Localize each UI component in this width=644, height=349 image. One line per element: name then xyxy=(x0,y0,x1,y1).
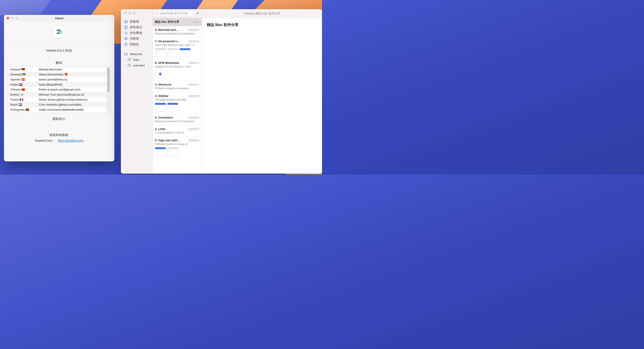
scrollbar[interactable] xyxy=(107,67,110,113)
sidebar-label: 所有笔记 xyxy=(130,25,142,29)
folder-icon xyxy=(124,52,128,56)
translation-row[interactable]: Chinese 🇨🇳 Pertim (macwk.com@gmail.com) xyxy=(8,87,107,92)
svg-point-6 xyxy=(130,64,130,65)
note-item[interactable]: 4. Sidebar 2024/5/27 To toggle projects … xyxy=(153,92,202,114)
note-time: 2024/5/27 xyxy=(188,62,200,64)
note-time: 2024/5/27 xyxy=(188,128,200,130)
note-item[interactable]: 6. Mermaid and… 2024/5/27 Mermaid exampl… xyxy=(153,26,202,38)
breadcrumb: FSNotes › 精品 Mac 软件分享 xyxy=(202,9,322,18)
note-title: 5. Tags and subt… xyxy=(155,139,187,142)
note-time: 2024/5/27 xyxy=(188,83,200,86)
sidebar-tag-hello[interactable]: › hello xyxy=(122,57,151,62)
note-item[interactable]: 精品 Mac 软件分享 02:22 xyxy=(153,18,202,26)
chevron-right-icon[interactable]: › xyxy=(124,58,124,61)
sidebar-item-todo[interactable]: 待办事项 xyxy=(122,30,151,36)
compose-icon xyxy=(196,12,199,15)
translation-row[interactable]: Ukrainian🇺🇦 Olena Hlushchenko ❤️ xyxy=(8,72,107,77)
note-item[interactable]: 7. Git powered v… 2024/5/27 Save note re… xyxy=(153,38,202,59)
note-item[interactable]: 3. Shortcuts 2024/5/27 FSNotes respects … xyxy=(153,81,202,92)
note-title: 3. Shortcuts xyxy=(155,83,187,86)
about-title: About xyxy=(4,16,114,20)
note-snippet: Headers h1-h6 Shortcut: `cmd + xyxy=(155,65,200,68)
note-time: 2024/5/27 xyxy=(188,139,200,142)
editor-pane: FSNotes › 精品 Mac 软件分享 精品 Mac 软件分享 xyxy=(202,9,322,174)
sidebar-item-all-notes[interactable]: 所有笔记 xyxy=(122,24,151,30)
translation-person: Wonsup Yoon (pusnow@kaist.ac.kr) xyxy=(39,93,104,96)
sidebar-tag-unlimited[interactable]: › unlimited xyxy=(122,62,151,68)
sidebar-label: hello xyxy=(133,58,139,62)
translation-row[interactable]: Deutsch 🇩🇪 Michael Barzmann xyxy=(8,67,107,72)
note-list[interactable]: 精品 Mac 软件分享 02:22 6. Mermaid and… 2024/5… xyxy=(153,18,202,174)
translation-row[interactable]: Portuguese 🇵🇹 reddit.com/user/endallbeal… xyxy=(8,107,107,112)
inbox-icon xyxy=(124,20,128,24)
note-thumbnail: ··· ··· ······ ··· ······ ··· xyxy=(167,103,178,112)
svg-point-5 xyxy=(130,59,130,59)
about-titlebar: About xyxy=(4,15,114,22)
sidebar-label: Welcome xyxy=(130,52,142,56)
translation-row[interactable]: Dutch 🇳🇱 Chris Hendriks (github.com/olik… xyxy=(8,102,107,107)
note-title: 9. GFM Markdown xyxy=(155,61,187,64)
note-item[interactable]: 8. Containers 2024/5/27 What are contain… xyxy=(153,114,202,125)
note-thumbnail: ··· ··· ······ ··· ······ ··· xyxy=(155,103,166,112)
search-input[interactable]: 搜索或创建 (按下回车键 xyxy=(154,11,193,16)
translation-language: Korean 🇰🇷 xyxy=(10,93,39,96)
framework-row: SoulverCore – https://soulver.com xyxy=(4,139,114,142)
framework-link[interactable]: https://soulver.com xyxy=(58,139,84,142)
translation-row[interactable]: French 🇫🇷 Simon Jornet (github.com/jorne… xyxy=(8,97,107,102)
app-icon xyxy=(53,26,65,38)
sidebar-item-welcome[interactable]: Welcome xyxy=(122,51,151,57)
translations-label: 翻译: xyxy=(4,61,114,65)
note-title: 8. Containers xyxy=(155,116,187,119)
sidebar-label: unlimited xyxy=(133,64,145,67)
search-placeholder: 搜索或创建 (按下回车键 xyxy=(160,12,188,15)
note-item[interactable]: 2. Links 2024/5/27 1. Introduction 2. Li… xyxy=(153,125,202,137)
trash-icon xyxy=(124,42,128,46)
note-thumbnail: ··· ··· ······ ··· ······ ··· xyxy=(167,48,178,57)
minimize-icon[interactable] xyxy=(128,12,131,14)
translation-language: Deutsch 🇩🇪 xyxy=(10,68,39,71)
sidebar-item-trash[interactable]: 回收站 xyxy=(122,42,151,47)
note-snippet: What are containers? A 'container' xyxy=(155,120,200,123)
version-text: Version 6.8.2 (633) xyxy=(4,49,114,52)
new-note-button[interactable] xyxy=(195,11,200,16)
tag-off-icon xyxy=(124,37,128,41)
note-snippet: Mermaid example Documentation: xyxy=(155,32,200,35)
translation-row[interactable]: Arabic 🇪🇬 Ayad (@ayad0net) xyxy=(8,82,107,87)
sidebar-item-untagged[interactable]: 无标签 xyxy=(122,36,151,42)
note-thumbnail: ··· ··· ······ ··· ······ ··· xyxy=(155,48,166,57)
scrollbar-thumb[interactable] xyxy=(107,68,110,92)
close-icon[interactable] xyxy=(124,12,126,14)
svg-rect-2 xyxy=(56,33,60,34)
note-thumbnail: ··· ··· ······ ··· ······ ··· xyxy=(155,147,166,156)
note-time: 2024/5/27 xyxy=(188,29,200,31)
note-thumbnail: ··· ··· ······ ··· ······ ··· xyxy=(180,48,190,57)
translation-row[interactable]: Korean 🇰🇷 Wonsup Yoon (pusnow@kaist.ac.k… xyxy=(8,92,107,97)
search-icon xyxy=(156,12,159,15)
note-title: 2. Links xyxy=(155,127,187,130)
note-title: 精品 Mac 软件分享 xyxy=(155,20,192,24)
sidebar-label: 收集箱 xyxy=(130,20,139,24)
translations-table[interactable]: Deutsch 🇩🇪 Michael BarzmannUkrainian🇺🇦 O… xyxy=(8,67,110,113)
editor-document[interactable]: 精品 Mac 软件分享 xyxy=(202,18,322,32)
chevron-right-icon[interactable]: › xyxy=(124,64,124,67)
translation-language: Spanish 🇪🇸 xyxy=(10,78,39,81)
icon-design-label: 图标设计: xyxy=(4,117,114,121)
note-item[interactable]: 9. GFM Markdown 2024/5/27 Headers h1-h6 … xyxy=(153,59,202,81)
translation-person: Michael Barzmann xyxy=(39,68,104,71)
sidebar-item-inbox[interactable]: 收集箱 xyxy=(122,19,151,24)
breadcrumb-note[interactable]: 精品 Mac 软件分享 xyxy=(256,12,280,16)
breadcrumb-app[interactable]: FSNotes xyxy=(244,12,255,15)
note-time: 02:22 xyxy=(193,20,200,23)
note-item[interactable]: 5. Tags and subt… 2024/5/27 FSNotes vers… xyxy=(153,137,202,158)
note-time: 2024/5/27 xyxy=(188,95,200,97)
translation-language: Ukrainian🇺🇦 xyxy=(10,73,39,76)
fsnotes-window: 收集箱 所有笔记 待办事项 无标签 回收站 xyxy=(121,9,322,174)
translation-row[interactable]: Spanish 🇪🇸 aonez (aone@keka.io) xyxy=(8,77,107,82)
translation-language: Dutch 🇳🇱 xyxy=(10,103,39,106)
translation-person: Chris Hendriks (github.com/olikilo) xyxy=(39,103,104,106)
zoom-icon[interactable] xyxy=(133,12,135,14)
svg-point-7 xyxy=(156,12,158,14)
translation-person: aonez (aone@keka.io) xyxy=(39,78,104,81)
translation-person: Olena Hlushchenko ❤️ xyxy=(39,73,104,76)
note-snippet: Save note revisions with `cmd + s` xyxy=(155,44,200,46)
